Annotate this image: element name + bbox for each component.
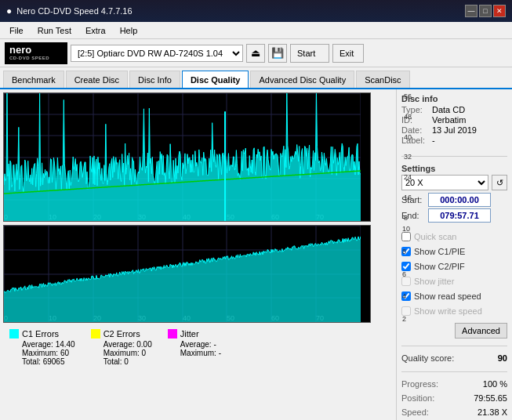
bottom-y-axis: 108642 [402, 225, 410, 323]
show-c1-label: Show C1/PIE [414, 247, 465, 256]
eject-icon[interactable]: ⏏ [246, 44, 265, 63]
jitter-avg-value: - [213, 340, 216, 349]
refresh-button[interactable]: ↺ [492, 175, 507, 190]
c2-label: C2 Errors [103, 329, 140, 339]
label-value: - [432, 136, 435, 145]
maximize-button[interactable]: □ [479, 5, 492, 17]
menu-run-test[interactable]: Run Test [31, 24, 78, 37]
tab-create-disc[interactable]: Create Disc [66, 71, 128, 88]
nero-logo: nero CD·DVD SPEED [5, 42, 67, 64]
show-c2-label: Show C2/PIF [414, 262, 465, 271]
speed-row-bottom: Speed: 21.38 X [401, 407, 507, 417]
minimize-button[interactable]: — [465, 5, 478, 17]
window-title: Nero CD-DVD Speed 4.7.7.16 [16, 6, 132, 16]
menu-bar: File Run Test Extra Help [0, 22, 512, 39]
speed-label: Speed: [401, 407, 429, 417]
tab-benchmark[interactable]: Benchmark [3, 71, 64, 88]
start-time-row: Start: [401, 193, 507, 207]
drive-select[interactable]: [2:5] Optiarc DVD RW AD-7240S 1.04 [71, 45, 243, 62]
show-jitter-row: Show jitter [401, 277, 507, 286]
show-write-row: Show write speed [401, 306, 507, 316]
show-c1-row: Show C1/PIE [401, 247, 507, 256]
exit-button[interactable]: Exit [332, 44, 364, 63]
quality-score-row: Quality score: 90 [401, 353, 507, 363]
jitter-max-label: Maximum: [180, 349, 216, 357]
settings-title: Settings [401, 164, 507, 173]
show-read-row: Show read speed [401, 291, 507, 301]
quality-score-label: Quality score: [401, 353, 454, 363]
id-value: Verbatim [432, 115, 466, 125]
speed-value: 21.38 X [478, 407, 507, 417]
c1-avg-label: Average: [22, 340, 53, 349]
save-icon[interactable]: 💾 [268, 44, 287, 63]
jitter-color [168, 329, 177, 339]
tab-bar: Benchmark Create Disc Disc Info Disc Qua… [0, 67, 512, 89]
progress-value: 100 % [483, 379, 507, 389]
c1-label: C1 Errors [22, 329, 59, 339]
speed-select[interactable]: 20 X Max 4 X 8 X 16 X 32 X 40 X 48 X 52 … [401, 175, 488, 190]
top-chart [3, 92, 371, 222]
c2-total-value: 0 [124, 357, 129, 366]
progress-label: Progress: [401, 379, 438, 389]
c1-total-label: Total: [22, 357, 41, 366]
start-button[interactable]: Start [290, 44, 329, 63]
bottom-chart [3, 225, 371, 323]
position-label: Position: [401, 393, 434, 403]
tab-scandisc[interactable]: ScanDisc [356, 71, 409, 88]
type-value: Data CD [432, 105, 465, 114]
c1-total-value: 69065 [43, 357, 65, 366]
speed-row: 20 X Max 4 X 8 X 16 X 32 X 40 X 48 X 52 … [401, 175, 507, 190]
c2-avg-label: Average: [103, 340, 135, 349]
c1-max-value: 60 [60, 349, 69, 357]
start-time-field[interactable] [428, 193, 491, 207]
show-read-label: Show read speed [414, 291, 481, 301]
menu-help[interactable]: Help [114, 24, 144, 37]
divider-1 [401, 156, 507, 157]
divider-3 [401, 371, 507, 372]
quick-scan-label: Quick scan [414, 232, 456, 241]
toolbar: nero CD·DVD SPEED [2:5] Optiarc DVD RW A… [0, 39, 512, 67]
tab-disc-quality[interactable]: Disc Quality [182, 71, 249, 88]
c1-color [9, 329, 19, 339]
end-time-field[interactable] [428, 208, 491, 223]
disc-info-title: Disc info [401, 94, 507, 103]
main-content: 5648403224168 108642 C1 Errors Average: … [0, 89, 512, 420]
jitter-max-value: - [219, 349, 221, 357]
show-c2-row: Show C2/PIF [401, 262, 507, 271]
close-button[interactable]: ✕ [493, 5, 506, 17]
app-icon: ● [6, 5, 12, 16]
right-panel: Disc info Type: Data CD ID: Verbatim Dat… [396, 89, 512, 420]
show-write-label: Show write speed [414, 306, 482, 316]
c2-total-label: Total: [103, 357, 122, 366]
bottom-chart-wrapper: 108642 [3, 225, 393, 323]
menu-extra[interactable]: Extra [79, 24, 112, 37]
progress-row: Progress: 100 % [401, 379, 507, 389]
c2-avg-value: 0.00 [136, 340, 151, 349]
menu-file[interactable]: File [3, 24, 30, 37]
title-bar: ● Nero CD-DVD Speed 4.7.7.16 — □ ✕ [0, 0, 512, 22]
top-y-axis: 5648403224168 [404, 92, 412, 222]
divider-2 [401, 346, 507, 346]
settings-section: Settings 20 X Max 4 X 8 X 16 X 32 X 40 X… [401, 164, 507, 224]
quality-score-value: 90 [498, 353, 507, 363]
position-row: Position: 79:55.65 [401, 393, 507, 403]
show-jitter-label: Show jitter [414, 277, 454, 286]
date-value: 13 Jul 2019 [432, 125, 477, 135]
quick-scan-row: Quick scan [401, 232, 507, 241]
c1-avg-value: 14.40 [56, 340, 75, 349]
legend-jitter: Jitter Average: - Maximum: - [168, 329, 221, 366]
legend-c2: C2 Errors Average: 0.00 Maximum: 0 Total… [91, 329, 152, 366]
tab-disc-info[interactable]: Disc Info [129, 71, 180, 88]
c2-max-value: 0 [142, 349, 147, 357]
jitter-avg-label: Average: [180, 340, 212, 349]
c1-max-label: Maximum: [22, 349, 58, 357]
tab-advanced-disc-quality[interactable]: Advanced Disc Quality [250, 71, 354, 88]
disc-info-section: Disc info Type: Data CD ID: Verbatim Dat… [401, 94, 507, 146]
top-chart-wrapper: 5648403224168 [3, 92, 393, 222]
chart-area: 5648403224168 108642 C1 Errors Average: … [0, 89, 396, 420]
c2-max-label: Maximum: [103, 349, 140, 357]
legend-area: C1 Errors Average: 14.40 Maximum: 60 Tot… [3, 326, 393, 369]
advanced-button[interactable]: Advanced [455, 323, 507, 339]
end-time-row: End: [401, 208, 507, 223]
jitter-label: Jitter [180, 329, 199, 339]
